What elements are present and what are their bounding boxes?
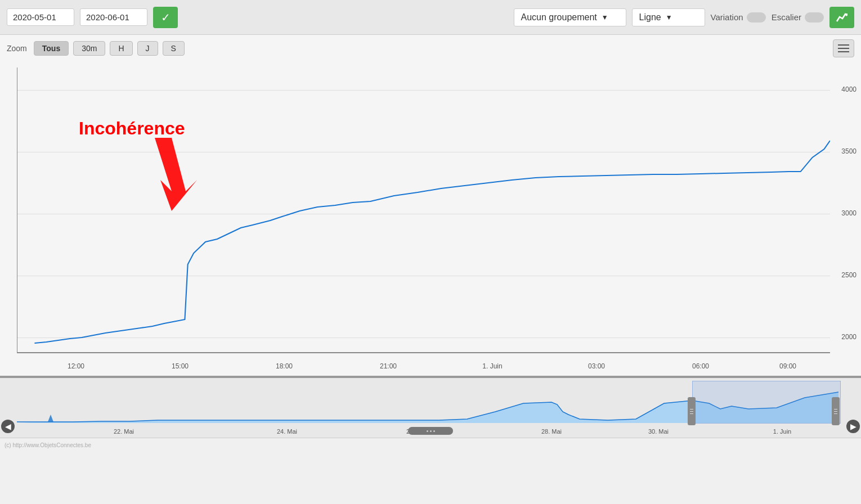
line-chart-icon: [836, 11, 848, 24]
footer-bar: (c) http://www.ObjetsConnectes.be: [0, 438, 861, 452]
chart-x-axis: [17, 352, 830, 353]
x-label-1500: 15:00: [172, 362, 189, 370]
x-label-0300: 03:00: [588, 362, 605, 370]
incoherence-annotation: Incohérence: [79, 118, 185, 139]
x-label-0600: 06:00: [692, 362, 709, 370]
menu-button[interactable]: [833, 39, 854, 57]
handle-line: [690, 409, 693, 410]
confirm-button[interactable]: ✓: [153, 7, 178, 28]
escalier-toggle[interactable]: [805, 12, 824, 22]
mini-chart-container: 22. Mai 24. Mai 26. Mai 28. Mai 30. Mai …: [0, 377, 861, 438]
mini-chart-selection: [692, 381, 841, 424]
zoom-h-button[interactable]: H: [110, 41, 132, 56]
escalier-label: Escalier: [772, 12, 801, 22]
svg-marker-2: [48, 415, 53, 422]
scroll-track[interactable]: [408, 427, 453, 435]
chart-y-axis: [17, 68, 17, 353]
y-label-4000: 4000: [841, 86, 856, 93]
chart-type-button[interactable]: [829, 7, 854, 28]
variation-toggle-container: Variation: [711, 12, 766, 22]
groupement-dropdown[interactable]: Aucun groupement ▼: [514, 8, 626, 26]
zoom-label: Zoom: [7, 44, 27, 53]
y-label-3000: 3000: [841, 209, 856, 217]
zoom-30m-button[interactable]: 30m: [73, 41, 105, 56]
arrow-annotation-svg: [138, 138, 205, 211]
y-label-3500: 3500: [841, 147, 856, 155]
zoom-tous-button[interactable]: Tous: [34, 41, 69, 56]
x-label-juin: 1. Juin: [482, 362, 502, 370]
scroll-dot: [433, 430, 435, 432]
ligne-label: Ligne: [639, 12, 661, 22]
x-label-2100: 21:00: [380, 362, 397, 370]
mini-x-label-28mai: 28. Mai: [541, 428, 562, 435]
mini-x-label-24mai: 24. Mai: [277, 428, 297, 435]
ligne-chevron-icon: ▼: [666, 14, 672, 21]
mini-x-label-1juin: 1. Juin: [773, 428, 791, 435]
date-start-input[interactable]: [7, 8, 74, 26]
variation-toggle[interactable]: [747, 12, 766, 22]
date-end-input[interactable]: [80, 8, 147, 26]
handle-lines-right: [834, 409, 837, 414]
x-label-0900: 09:00: [779, 362, 796, 370]
handle-lines-left: [690, 409, 693, 414]
hamburger-line-1: [838, 44, 849, 46]
zoom-s-button[interactable]: S: [163, 41, 185, 56]
top-bar: ✓ Aucun groupement ▼ Ligne ▼ Variation E…: [0, 0, 861, 35]
variation-label: Variation: [711, 12, 743, 22]
handle-line: [690, 413, 693, 414]
zoom-bar: Zoom Tous 30m H J S: [0, 35, 861, 62]
y-label-2000: 2000: [841, 333, 856, 341]
escalier-toggle-container: Escalier: [772, 12, 824, 22]
check-icon: ✓: [161, 11, 171, 24]
hamburger-line-2: [838, 48, 849, 49]
ligne-dropdown[interactable]: Ligne ▼: [632, 8, 705, 26]
handle-line: [834, 413, 837, 414]
main-chart-svg: [17, 68, 830, 354]
mini-x-label-22mai: 22. Mai: [114, 428, 134, 435]
groupement-chevron-icon: ▼: [602, 14, 608, 21]
main-chart-container: 4000 3500 3000 2500 2000 12:00 15:00 18:…: [0, 62, 861, 377]
slider-handle-right[interactable]: [832, 397, 840, 425]
svg-marker-0: [155, 138, 197, 211]
nav-right-button[interactable]: ▶: [846, 420, 860, 433]
y-label-2500: 2500: [841, 271, 856, 279]
slider-handle-left[interactable]: [688, 397, 696, 425]
handle-line: [834, 409, 837, 410]
nav-left-button[interactable]: ◀: [1, 420, 15, 433]
handle-line: [834, 411, 837, 412]
copyright-text: (c) http://www.ObjetsConnectes.be: [5, 442, 91, 448]
zoom-j-button[interactable]: J: [137, 41, 158, 56]
groupement-label: Aucun groupement: [521, 12, 597, 22]
mini-x-label-30mai: 30. Mai: [648, 428, 669, 435]
x-label-1800: 18:00: [276, 362, 293, 370]
scroll-dot: [430, 430, 432, 432]
scroll-dot: [427, 430, 428, 432]
hamburger-line-3: [838, 51, 849, 52]
x-label-1200: 12:00: [68, 362, 84, 370]
handle-line: [690, 411, 693, 412]
